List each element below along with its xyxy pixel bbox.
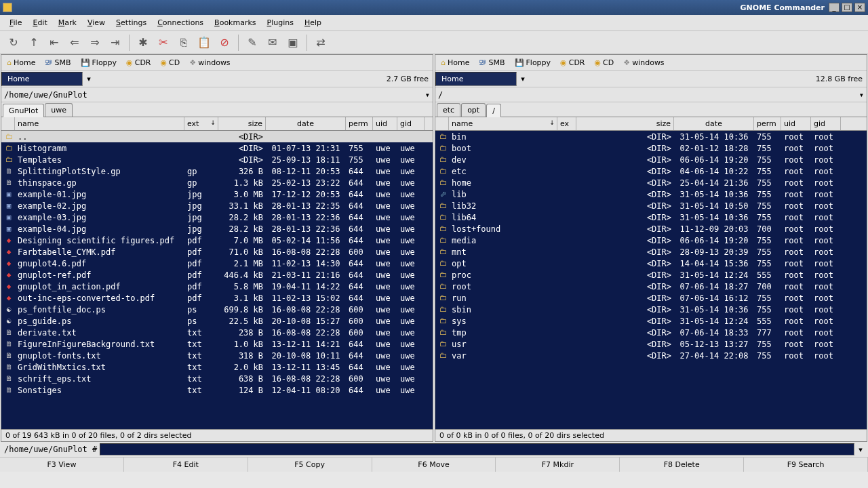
file-row[interactable]: 🗎gnuplot-fonts.txttxt318 B20-10-08 10:11…	[1, 350, 433, 361]
right-header-gid[interactable]: gid	[811, 117, 841, 130]
file-row[interactable]: 🗀..<DIR>	[1, 131, 433, 142]
file-row[interactable]: ◆gnuplot-ref.pdfpdf446.4 kB21-03-11 21:1…	[1, 269, 433, 281]
file-row[interactable]: 🗀opt<DIR>14-04-14 15:36755rootroot	[435, 258, 867, 269]
menu-plugins[interactable]: Plugins	[262, 16, 299, 29]
fnkey-f5[interactable]: F5 Copy	[248, 458, 372, 472]
file-row[interactable]: 🗎derivate.txttxt238 B16-08-08 22:28600uw…	[1, 327, 433, 338]
file-row[interactable]: 🗀usr<DIR>05-12-13 13:27755rootroot	[435, 338, 867, 350]
menu-edit[interactable]: Edit	[27, 16, 52, 29]
file-row[interactable]: ⬀lib<DIR>31-05-14 10:36755rootroot	[435, 188, 867, 200]
asterisk-button[interactable]: ✱	[134, 33, 153, 52]
file-row[interactable]: 🗀etc<DIR>04-06-14 10:22755rootroot	[435, 165, 867, 177]
menu-connections[interactable]: Connections	[152, 16, 209, 29]
fnkey-f4[interactable]: F4 Edit	[124, 458, 248, 472]
last-button[interactable]: ⇥	[106, 33, 125, 52]
right-device-windows[interactable]: ❖windows	[620, 57, 667, 68]
file-row[interactable]: 🗀run<DIR>07-06-14 16:12755rootroot	[435, 292, 867, 304]
right-device-floppy[interactable]: 💾Floppy	[512, 57, 554, 68]
first-button[interactable]: ⇤	[45, 33, 64, 52]
left-device-cd[interactable]: ◉CD	[158, 57, 183, 68]
menu-view[interactable]: View	[82, 16, 111, 29]
file-row[interactable]: 🗀media<DIR>06-06-14 19:20755rootroot	[435, 235, 867, 246]
right-tab-opt[interactable]: opt	[461, 103, 486, 117]
right-device-home[interactable]: ⌂Home	[438, 57, 472, 68]
left-header-date[interactable]: date	[266, 117, 346, 130]
left-tab-GnuPlot[interactable]: GnuPlot	[3, 104, 44, 117]
right-device-smb[interactable]: 🖳SMB	[476, 57, 507, 68]
right-header-uid[interactable]: uid	[781, 117, 811, 130]
left-header-uid[interactable]: uid	[373, 117, 397, 130]
left-device-floppy[interactable]: 💾Floppy	[78, 57, 120, 68]
file-row[interactable]: 🗀home<DIR>25-04-14 21:36755rootroot	[435, 177, 867, 188]
left-dropdown-arrow[interactable]: ▾	[83, 75, 95, 83]
left-header-gid[interactable]: gid	[397, 117, 425, 130]
file-row[interactable]: 🗀Templates<DIR>25-09-13 18:11755uweuwe	[1, 154, 433, 165]
copy-button[interactable]: ⎘	[174, 33, 193, 52]
right-device-cdr[interactable]: ◉CDR	[557, 57, 587, 68]
up-button[interactable]: ↑	[24, 33, 43, 52]
menu-mark[interactable]: Mark	[53, 16, 82, 29]
file-row[interactable]: 🗀dev<DIR>06-06-14 19:20755rootroot	[435, 154, 867, 165]
left-header-perm[interactable]: perm	[346, 117, 373, 130]
file-row[interactable]: ☯ps_guide.psps22.5 kB20-10-08 15:27600uw…	[1, 315, 433, 327]
cut-button[interactable]: ✂	[154, 33, 173, 52]
file-row[interactable]: 🗎schrift_eps.txttxt638 B16-08-08 22:2860…	[1, 373, 433, 384]
file-row[interactable]: ◆Designing scientific figures.pdfpdf7.0 …	[1, 235, 433, 246]
right-file-list[interactable]: 🗀bin<DIR>31-05-14 10:36755rootroot🗀boot<…	[435, 131, 867, 429]
left-device-home[interactable]: ⌂Home	[4, 57, 38, 68]
file-row[interactable]: 🗀lib64<DIR>31-05-14 10:36755rootroot	[435, 211, 867, 223]
left-header-icon[interactable]	[1, 117, 15, 130]
right-dropdown-arrow[interactable]: ▾	[517, 75, 529, 83]
fnkey-f3[interactable]: F3 View	[0, 458, 124, 472]
left-device-cdr[interactable]: ◉CDR	[123, 57, 153, 68]
file-row[interactable]: 🗀lost+found<DIR>11-12-09 20:03700rootroo…	[435, 223, 867, 235]
fnkey-f9[interactable]: F9 Search	[744, 458, 868, 472]
left-file-list[interactable]: 🗀..<DIR>🗀Histogramm<DIR>01-07-13 21:3175…	[1, 131, 433, 429]
file-row[interactable]: 🗀lib32<DIR>31-05-14 10:50755rootroot	[435, 200, 867, 211]
file-row[interactable]: 🗀boot<DIR>02-01-12 18:28755rootroot	[435, 142, 867, 154]
left-header-ext[interactable]: ext↓	[184, 117, 218, 130]
right-header-perm[interactable]: perm	[754, 117, 781, 130]
file-row[interactable]: 🗀root<DIR>07-06-14 18:27700rootroot	[435, 281, 867, 292]
fnkey-f8[interactable]: F8 Delete	[620, 458, 744, 472]
right-path-history-button[interactable]: ▾	[859, 90, 864, 100]
file-row[interactable]: 🗀var<DIR>27-04-14 22:08755rootroot	[435, 350, 867, 361]
left-path-history-button[interactable]: ▾	[425, 90, 430, 100]
window-minimize-button[interactable]: _	[829, 3, 840, 12]
file-row[interactable]: ☯ps_fontfile_doc.psps699.8 kB16-08-08 22…	[1, 304, 433, 315]
menu-help[interactable]: Help	[299, 16, 327, 29]
right-header-name[interactable]: name↓	[449, 117, 557, 130]
right-header-date[interactable]: date	[674, 117, 754, 130]
left-header-size[interactable]: size	[218, 117, 266, 130]
window-close-button[interactable]: ×	[854, 3, 865, 12]
file-row[interactable]: ▣example-02.jpgjpg33.1 kB28-01-13 22:356…	[1, 200, 433, 211]
paste-button[interactable]: 📋	[195, 33, 214, 52]
file-row[interactable]: 🗎Sonstigestxt124 B12-04-11 08:20644uweuw…	[1, 384, 433, 396]
right-header-size[interactable]: size	[576, 117, 674, 130]
file-row[interactable]: 🗀tmp<DIR>07-06-14 18:33777rootroot	[435, 327, 867, 338]
right-path-text[interactable]: /	[438, 90, 859, 100]
file-row[interactable]: ▣example-01.jpgjpg3.0 MB17-12-12 20:5364…	[1, 188, 433, 200]
file-row[interactable]: ◆out-inc-eps-converted-to.pdfpdf3.1 kB11…	[1, 292, 433, 304]
right-device-cd[interactable]: ◉CD	[592, 57, 617, 68]
command-input[interactable]	[100, 443, 854, 455]
left-connection-dropdown[interactable]: Home	[1, 72, 83, 86]
fnkey-f7[interactable]: F7 Mkdir	[496, 458, 620, 472]
file-row[interactable]: ◆gnuplot4.6.pdfpdf2.1 MB11-02-13 14:3064…	[1, 258, 433, 269]
back-button[interactable]: ⇐	[65, 33, 84, 52]
refresh-button[interactable]: ↻	[4, 33, 23, 52]
mail-button[interactable]: ✉	[263, 33, 282, 52]
file-row[interactable]: ◆gnuplot_in_action.pdfpdf5.8 MB19-04-11 …	[1, 281, 433, 292]
file-row[interactable]: 🗀sys<DIR>31-05-14 12:24555rootroot	[435, 315, 867, 327]
left-device-windows[interactable]: ❖windows	[186, 57, 233, 68]
menu-file[interactable]: File	[4, 16, 27, 29]
menu-bookmarks[interactable]: Bookmarks	[209, 16, 261, 29]
fnkey-f6[interactable]: F6 Move	[372, 458, 496, 472]
edit-button[interactable]: ✎	[243, 33, 262, 52]
right-header-ext[interactable]: ex	[557, 117, 576, 130]
delete-button[interactable]: ⊘	[215, 33, 234, 52]
window-maximize-button[interactable]: □	[842, 3, 852, 12]
file-row[interactable]: 🗀sbin<DIR>31-05-14 10:36755rootroot	[435, 304, 867, 315]
file-row[interactable]: ◆Farbtabelle_CYMK.pdfpdf71.0 kB16-08-08 …	[1, 246, 433, 258]
file-row[interactable]: 🗎SplittingPlotStyle.gpgp326 B08-12-11 20…	[1, 165, 433, 177]
